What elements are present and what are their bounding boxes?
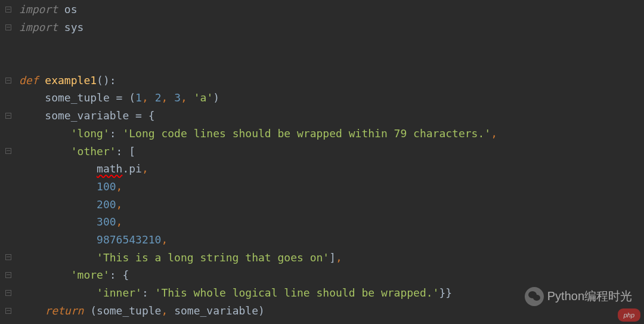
code-line[interactable]: import sys (19, 18, 644, 36)
code-line[interactable]: 'other': [ (19, 143, 644, 161)
indent (19, 180, 97, 193)
fold-icon[interactable] (5, 107, 12, 125)
gutter-spacer (5, 54, 12, 72)
paren-open: ( (129, 91, 135, 104)
dict-key: 'inner' (97, 286, 142, 299)
error-identifier: math (97, 162, 122, 175)
code-editor[interactable]: import os import sys def example1(): som… (0, 0, 644, 324)
colon: : (116, 145, 129, 158)
comma: , (336, 251, 342, 264)
code-line[interactable]: 200, (19, 196, 644, 214)
gutter-spacer (5, 231, 12, 249)
string: 'a' (194, 91, 213, 104)
number: 2 (155, 91, 162, 104)
string: 'This is a long string that goes on' (97, 251, 329, 264)
code-line[interactable]: math.pi, (19, 160, 644, 178)
variable: some_tuple (45, 91, 116, 104)
comma: , (181, 91, 194, 104)
keyword-import: import (19, 21, 58, 33)
fold-icon[interactable] (5, 143, 12, 161)
brace-close: }} (439, 286, 452, 299)
watermark-text: Python编程时光 (547, 286, 632, 306)
comma: , (161, 91, 174, 104)
variable: some_variable (45, 109, 135, 122)
comma: , (116, 198, 123, 211)
code-line[interactable]: some_variable = { (19, 107, 644, 125)
operator: = (135, 109, 148, 122)
number: 200 (97, 198, 116, 211)
keyword-def: def (19, 74, 45, 87)
code-line-empty[interactable] (19, 54, 644, 72)
fold-icon[interactable] (5, 72, 12, 90)
fold-icon[interactable] (5, 249, 12, 267)
gutter-spacer (5, 89, 12, 107)
indent (19, 145, 71, 158)
comma: , (491, 127, 497, 140)
dict-key: 'more' (71, 269, 110, 281)
indent (19, 162, 97, 175)
indent (19, 286, 97, 299)
code-line-empty[interactable] (19, 36, 644, 54)
keyword-import: import (19, 3, 58, 16)
indent (19, 269, 71, 281)
paren-open: ( (90, 304, 97, 317)
fold-icon[interactable] (5, 1, 12, 18)
indent (19, 304, 45, 317)
indent (19, 233, 97, 246)
gutter (0, 0, 17, 324)
brace-open: { (148, 109, 155, 122)
indent (19, 215, 97, 228)
fold-icon[interactable] (5, 284, 12, 302)
indent (19, 251, 97, 264)
comma: , (116, 215, 123, 228)
colon: : (110, 269, 123, 281)
variable: some_tuple (97, 304, 161, 317)
php-badge: php (618, 308, 640, 322)
fold-icon[interactable] (5, 266, 12, 284)
module-name: sys (58, 21, 83, 33)
code-line[interactable]: 'long': 'Long code lines should be wrapp… (19, 125, 644, 143)
colon: : (142, 286, 155, 299)
watermark: Python编程时光 (525, 286, 632, 306)
code-line[interactable]: import os (19, 1, 644, 18)
comma: , (142, 91, 155, 104)
brace-open: { (122, 269, 129, 281)
code-line[interactable]: def example1(): (19, 72, 644, 90)
attribute: .pi (122, 162, 142, 175)
code-area[interactable]: import os import sys def example1(): som… (17, 0, 644, 324)
gutter-spacer (5, 36, 12, 54)
number: 100 (97, 180, 116, 193)
function-name: example1 (45, 74, 97, 87)
gutter-spacer (5, 196, 12, 214)
keyword-return: return (45, 304, 90, 317)
dict-key: 'other' (71, 145, 116, 158)
number: 300 (97, 215, 116, 228)
comma: , (161, 304, 174, 317)
gutter-spacer (5, 160, 12, 178)
number: 9876543210 (97, 233, 161, 246)
bracket-close: ] (329, 251, 336, 264)
number: 3 (174, 91, 181, 104)
dict-key: 'long' (71, 127, 110, 140)
indent (19, 91, 45, 104)
code-line[interactable]: 9876543210, (19, 231, 644, 249)
fold-icon[interactable] (5, 18, 12, 36)
comma: , (161, 233, 168, 246)
indent (19, 109, 45, 122)
fold-icon[interactable] (5, 302, 12, 320)
code-line[interactable]: some_tuple = (1, 2, 3, 'a') (19, 89, 644, 107)
comma: , (116, 180, 123, 193)
code-line[interactable]: 100, (19, 178, 644, 196)
module-name: os (58, 3, 78, 16)
code-line[interactable]: 'more': { (19, 266, 644, 284)
operator: = (116, 91, 129, 104)
bracket-open: [ (129, 145, 135, 158)
paren-close: ) (258, 304, 265, 317)
paren-close: ) (213, 91, 219, 104)
parens: () (97, 74, 110, 87)
code-line[interactable]: 300, (19, 213, 644, 231)
colon: : (110, 74, 116, 87)
gutter-spacer (5, 213, 12, 231)
code-line[interactable]: 'This is a long string that goes on'], (19, 249, 644, 267)
comma: , (142, 162, 148, 175)
